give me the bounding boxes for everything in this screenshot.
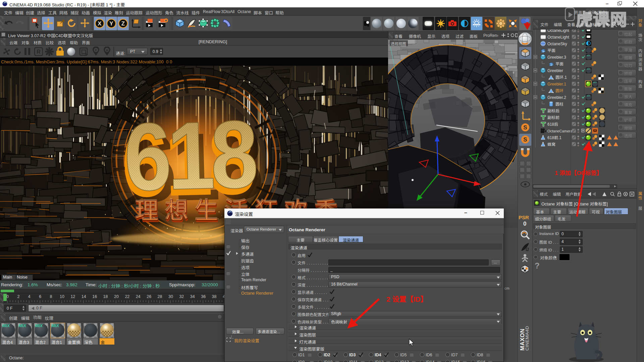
svg-text:Greebler.3: Greebler.3 <box>547 55 566 60</box>
svg-text:MIX: MIX <box>587 68 591 70</box>
svg-text:副标后: 副标后 <box>547 109 559 113</box>
svg-text:平面: 平面 <box>547 48 555 53</box>
svg-text:圆环.1: 圆环.1 <box>555 75 567 80</box>
svg-text:副标前: 副标前 <box>547 115 559 120</box>
svg-text:OctaneLight: OctaneLight <box>547 35 569 40</box>
svg-text:618前.1: 618前.1 <box>547 135 561 140</box>
svg-text:OctaneLight: OctaneLight <box>547 29 569 33</box>
svg-text:a: a <box>526 245 529 252</box>
svg-text:OctaneSky: OctaneSky <box>547 42 567 46</box>
svg-text:MIX: MIX <box>587 95 591 97</box>
svg-text:圆柱: 圆柱 <box>555 102 564 107</box>
svg-text:MIX: MIX <box>593 81 597 83</box>
svg-text:M: M <box>106 49 108 52</box>
svg-text:Y: Y <box>109 20 113 27</box>
svg-text:F: F <box>95 49 97 52</box>
svg-text:X: X <box>98 20 102 27</box>
svg-text:R: R <box>37 49 41 55</box>
svg-text:蜂窝: 蜂窝 <box>547 142 555 147</box>
svg-text:Z: Z <box>121 20 125 27</box>
svg-text:S: S <box>523 124 527 131</box>
svg-text:Greebler: Greebler <box>547 68 563 73</box>
svg-text:圆环: 圆环 <box>555 88 564 93</box>
svg-text:S: S <box>523 136 527 143</box>
svg-text:618后: 618后 <box>547 122 558 127</box>
svg-text:Greebler.2: Greebler.2 <box>547 95 566 100</box>
svg-text:平面: 平面 <box>555 62 564 66</box>
svg-text:MIX: MIX <box>587 55 591 57</box>
svg-text:Greebler.1: Greebler.1 <box>547 82 566 86</box>
